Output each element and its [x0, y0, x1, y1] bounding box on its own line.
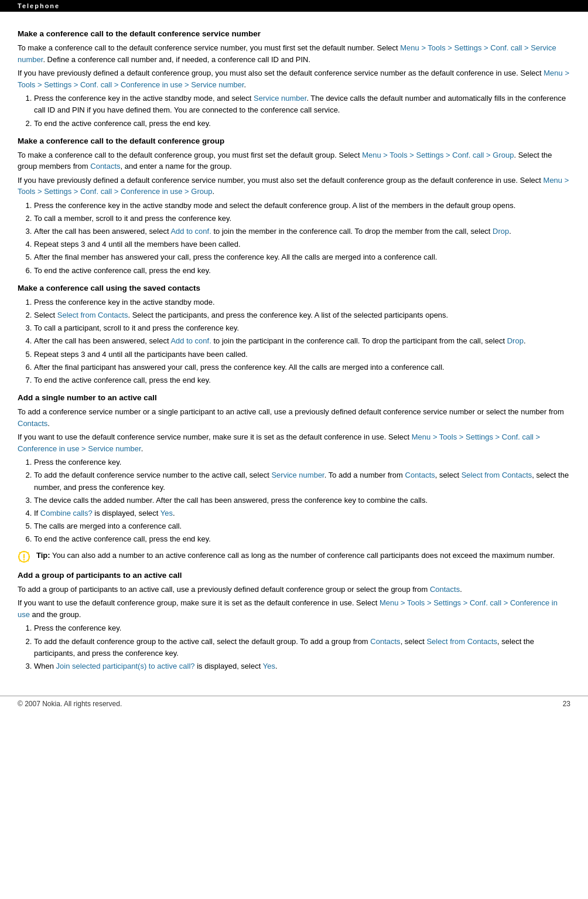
- tip-icon: [18, 550, 30, 563]
- link-join-selected[interactable]: Join selected participant(s) to active c…: [56, 662, 195, 670]
- step-3-4: After the call has been answered, select…: [34, 335, 570, 347]
- link-select-from-contacts-3[interactable]: Select from Contacts: [426, 637, 497, 646]
- step-1-1: Press the conference key in the active s…: [34, 93, 570, 116]
- step-2-3: After the call has been answered, select…: [34, 226, 570, 237]
- link-drop-2[interactable]: Drop: [507, 336, 524, 345]
- step-5-2: To add the default conference group to t…: [34, 636, 570, 659]
- link-contacts-1[interactable]: Contacts: [90, 162, 120, 171]
- link-combine-calls[interactable]: Combine calls?: [40, 509, 93, 517]
- section-2-steps: Press the conference key in the active s…: [34, 200, 570, 277]
- step-2-5: After the final member has answered your…: [34, 251, 570, 263]
- step-2-1: Press the conference key in the active s…: [34, 200, 570, 212]
- section-1-para-1: To make a conference call to the default…: [18, 42, 570, 65]
- link-menu-tools-conf-in-use-service-2[interactable]: Menu > Tools > Settings > Conf. call > C…: [18, 433, 540, 453]
- section-5-para-1: To add a group of participants to an act…: [18, 584, 570, 595]
- step-3-5: Repeat steps 3 and 4 until all the parti…: [34, 349, 570, 360]
- tip-label: Tip:: [36, 551, 50, 560]
- section-add-single-number: Add a single number to an active call To…: [18, 392, 570, 564]
- section-2-para-1: To make a conference call to the default…: [18, 149, 570, 172]
- link-drop-1[interactable]: Drop: [493, 227, 509, 236]
- section-add-group-participants: Add a group of participants to an active…: [18, 570, 570, 672]
- step-4-1: Press the conference key.: [34, 457, 570, 468]
- step-4-4: If Combine calls? is displayed, select Y…: [34, 508, 570, 519]
- section-5-steps: Press the conference key. To add the def…: [34, 622, 570, 672]
- section-title-3: Make a conference call using the saved c…: [18, 282, 570, 294]
- page-number: 23: [563, 700, 570, 708]
- step-3-1: Press the conference key in the active s…: [34, 297, 570, 308]
- section-4-para-2: If you want to use the default conferenc…: [18, 431, 570, 454]
- section-1-para-2: If you have previously defined a default…: [18, 67, 570, 90]
- section-make-conf-default-number: Make a conference call to the default co…: [18, 28, 570, 130]
- link-contacts-4[interactable]: Contacts: [430, 585, 460, 594]
- section-4-steps: Press the conference key. To add the def…: [34, 457, 570, 545]
- step-5-1: Press the conference key.: [34, 622, 570, 634]
- page-footer: © 2007 Nokia. All rights reserved. 23: [0, 696, 588, 708]
- link-menu-tools-conf-group-2[interactable]: Settings > Conf. call > Group: [416, 151, 514, 159]
- step-3-7: To end the active conference call, press…: [34, 374, 570, 386]
- tip-box: Tip: You can also add a number to an act…: [18, 550, 570, 564]
- link-yes-1[interactable]: Yes: [160, 509, 173, 517]
- link-add-to-conf-1[interactable]: Add to conf.: [170, 227, 211, 236]
- section-title-5: Add a group of participants to an active…: [18, 570, 570, 581]
- page-content: Make a conference call to the default co…: [0, 12, 588, 685]
- section-title-4: Add a single number to an active call: [18, 392, 570, 404]
- link-add-to-conf-2[interactable]: Add to conf.: [170, 336, 211, 345]
- tip-text: Tip: You can also add a number to an act…: [36, 550, 555, 561]
- section-make-conf-default-group: Make a conference call to the default co…: [18, 135, 570, 277]
- link-menu-tools-settings-conf-in-use-service[interactable]: Menu > Tools > Settings > Conf. call > C…: [18, 69, 569, 89]
- link-menu-tools-conf-group-1[interactable]: Menu > Tools >: [362, 151, 414, 159]
- link-contacts-5[interactable]: Contacts: [370, 637, 400, 646]
- step-3-3: To call a participant, scroll to it and …: [34, 322, 570, 334]
- svg-point-2: [23, 559, 25, 560]
- section-5-para-2: If you want to use the default conferenc…: [18, 597, 570, 620]
- copyright: © 2007 Nokia. All rights reserved.: [18, 700, 122, 708]
- step-2-4: Repeat steps 3 and 4 until all the membe…: [34, 239, 570, 250]
- section-4-para-1: To add a conference service number or a …: [18, 406, 570, 429]
- step-4-5: The calls are merged into a conference c…: [34, 520, 570, 532]
- link-menu-tools-settings-conf-service[interactable]: Menu > Tools > Settings > Conf. call > S…: [18, 43, 556, 64]
- step-3-6: After the final participant has answered…: [34, 362, 570, 373]
- link-service-number-2[interactable]: Service number: [271, 471, 324, 479]
- section-1-steps: Press the conference key in the active s…: [34, 93, 570, 129]
- step-2-2: To call a member, scroll to it and press…: [34, 213, 570, 224]
- link-contacts-2[interactable]: Contacts: [18, 419, 47, 428]
- link-yes-2[interactable]: Yes: [263, 662, 275, 670]
- link-service-number-1[interactable]: Service number: [254, 94, 306, 103]
- step-4-2: To add the default conference service nu…: [34, 469, 570, 493]
- section-make-conf-saved-contacts: Make a conference call using the saved c…: [18, 282, 570, 386]
- section-2-para-2: If you have previously defined a default…: [18, 175, 570, 197]
- link-menu-tools-settings-5[interactable]: Menu > Tools > Settings > Conf. call > C…: [18, 598, 558, 619]
- step-2-6: To end the active conference call, press…: [34, 265, 570, 277]
- link-contacts-3[interactable]: Contacts: [405, 471, 435, 479]
- step-3-2: Select Select from Contacts. Select the …: [34, 309, 570, 321]
- step-4-6: To end the active conference call, press…: [34, 533, 570, 545]
- link-select-from-contacts-2[interactable]: Select from Contacts: [461, 471, 532, 479]
- section-3-steps: Press the conference key in the active s…: [34, 297, 570, 386]
- section-title-1: Make a conference call to the default co…: [18, 28, 570, 40]
- page-header: Telephone: [0, 0, 588, 12]
- link-select-from-contacts-1[interactable]: Select from Contacts: [57, 311, 128, 319]
- step-1-2: To end the active conference call, press…: [34, 118, 570, 130]
- step-4-3: The device calls the added number. After…: [34, 495, 570, 506]
- link-menu-tools-conf-in-use-group[interactable]: Menu > Tools > Settings > Conf. call > C…: [18, 176, 569, 196]
- section-title-2: Make a conference call to the default co…: [18, 135, 570, 147]
- step-5-3: When Join selected participant(s) to act…: [34, 660, 570, 672]
- header-title: Telephone: [18, 2, 60, 9]
